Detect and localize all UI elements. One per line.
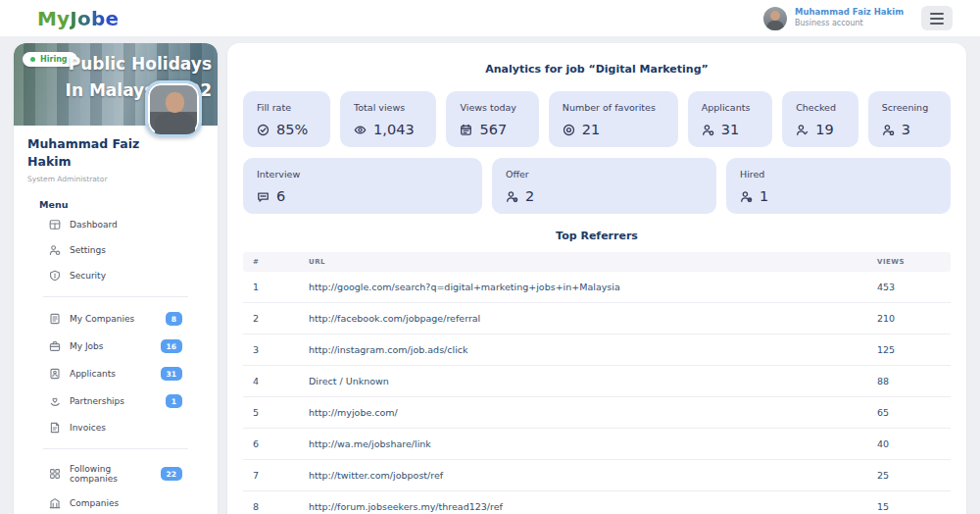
offer-value: 2 xyxy=(525,188,534,204)
app-logo[interactable]: MyJobe xyxy=(37,7,119,30)
hiring-label: Hiring xyxy=(40,55,68,64)
sidebar-item-my-companies[interactable]: My Companies 8 xyxy=(37,305,194,333)
referrer-url: http://google.com/search?q=digital+marke… xyxy=(309,282,877,292)
table-row[interactable]: 7http://twitter.com/jobpost/ref25 xyxy=(243,460,951,491)
sidebar-item-following-companies[interactable]: Following companies 22 xyxy=(37,457,194,490)
referrer-url: Direct / Unknown xyxy=(309,376,877,386)
stat-card-checked: Checked 19 xyxy=(782,91,858,147)
stat-card-total-views: Total views 1,043 xyxy=(340,91,436,147)
profile-name: Muhammad Faiz Hakim xyxy=(27,135,145,171)
user-account-chip[interactable]: Muhammad Faiz Hakim Business account xyxy=(763,6,953,30)
referrer-views: 125 xyxy=(877,344,951,355)
stat-card-screening: Screening 3 xyxy=(868,91,951,147)
person-hired-icon xyxy=(740,190,753,203)
security-icon xyxy=(49,270,61,282)
my-jobs-count-badge: 16 xyxy=(161,339,182,353)
sidebar-item-security[interactable]: Security xyxy=(37,263,194,288)
following-companies-count-badge: 22 xyxy=(161,467,182,481)
green-dot-icon xyxy=(30,57,35,62)
total-views-value: 1,043 xyxy=(373,122,415,137)
screening-value: 3 xyxy=(902,122,910,137)
hamburger-icon xyxy=(930,13,944,15)
divider xyxy=(43,448,188,449)
col-header-url: URL xyxy=(309,258,877,266)
logo-jobe: Jobe xyxy=(70,7,119,30)
stat-card-applicants: Applicants 31 xyxy=(688,91,772,147)
top-header: MyJobe Muhammad Faiz Hakim Business acco… xyxy=(0,0,980,36)
referrer-url: http://forum.jobseekers.my/thread123/ref xyxy=(309,501,877,512)
stats-row-1: Fill rate 85% Total views 1,043 Views to… xyxy=(243,91,951,147)
dashboard-icon xyxy=(49,219,61,231)
handshake-heart-icon xyxy=(49,395,61,407)
table-row[interactable]: 2http://facebook.com/jobpage/referral210 xyxy=(243,303,951,334)
favorite-circle-icon xyxy=(563,124,575,136)
interview-chat-icon xyxy=(257,190,270,203)
logo-my: My xyxy=(37,7,70,30)
grid-icon xyxy=(49,468,61,480)
eye-icon xyxy=(354,124,367,136)
sidebar-item-partnerships[interactable]: Partnerships 1 xyxy=(37,387,194,415)
stat-card-favorites: Number of favorites 21 xyxy=(549,91,678,147)
stat-card-hired: Hired 1 xyxy=(726,158,951,214)
table-row[interactable]: 5http://myjobe.com/65 xyxy=(243,397,951,429)
stat-card-offer: Offer 2 xyxy=(492,158,716,214)
my-companies-count-badge: 8 xyxy=(166,312,182,326)
menu-group-3: Following companies 22 Companies Blog FA… xyxy=(27,457,204,514)
table-header-row: # URL VIEWS xyxy=(243,252,951,272)
referrer-url: http://wa.me/jobshare/link xyxy=(309,438,877,449)
table-row[interactable]: 3http://instagram.com/job.ads/click125 xyxy=(243,334,951,366)
checked-value: 19 xyxy=(815,122,833,137)
menu-group-1: Dashboard Settings Security xyxy=(27,212,204,288)
referrer-views: 88 xyxy=(877,376,951,386)
sidebar-item-invoices[interactable]: Invoices xyxy=(37,415,194,440)
building-icon xyxy=(49,497,61,509)
referrers-table: # URL VIEWS 1http://google.com/search?q=… xyxy=(243,252,951,514)
menu-group-2: My Companies 8 My Jobs 16 Applicants 31 … xyxy=(27,305,204,440)
person-icon xyxy=(702,124,714,136)
applicants-count-badge: 31 xyxy=(161,367,182,381)
table-row[interactable]: 8http://forum.jobseekers.my/thread123/re… xyxy=(243,491,951,514)
views-today-value: 567 xyxy=(479,122,507,137)
referrer-views: 40 xyxy=(877,438,951,449)
col-header-views: VIEWS xyxy=(877,258,951,266)
profile-photo[interactable] xyxy=(145,80,202,137)
hamburger-menu-button[interactable] xyxy=(921,6,953,30)
col-header-rank: # xyxy=(253,258,309,266)
table-row[interactable]: 4Direct / Unknown88 xyxy=(243,366,951,397)
menu-heading: Menu xyxy=(39,199,204,210)
settings-icon xyxy=(49,244,61,256)
referrer-views: 15 xyxy=(877,501,951,512)
sidebar-item-applicants[interactable]: Applicants 31 xyxy=(37,360,194,387)
analytics-panel: Analytics for job “Digital Marketing” Fi… xyxy=(227,43,966,514)
invoice-icon xyxy=(49,422,61,434)
table-title: Top Referrers xyxy=(243,230,951,242)
account-type-label: Business account xyxy=(795,19,904,29)
sidebar-item-settings[interactable]: Settings xyxy=(37,237,194,263)
table-row[interactable]: 1http://google.com/search?q=digital+mark… xyxy=(243,272,951,303)
favorites-value: 21 xyxy=(582,122,600,137)
profile-role: System Administrator xyxy=(27,175,204,183)
user-name: Muhammad Faiz Hakim xyxy=(795,7,904,18)
applicants-value: 31 xyxy=(721,122,739,137)
stat-card-fill-rate: Fill rate 85% xyxy=(243,91,330,147)
sidebar-item-my-jobs[interactable]: My Jobs 16 xyxy=(37,333,194,360)
table-row[interactable]: 6http://wa.me/jobshare/link40 xyxy=(243,429,951,460)
person-offer-icon xyxy=(506,190,518,203)
hired-value: 1 xyxy=(760,188,768,204)
user-avatar xyxy=(763,7,787,30)
referrer-url: http://instagram.com/job.ads/click xyxy=(309,344,877,355)
check-circle-icon xyxy=(257,124,270,136)
referrer-url: http://myjobe.com/ xyxy=(309,407,877,418)
person-screen-icon xyxy=(882,124,895,136)
referrer-url: http://facebook.com/jobpage/referral xyxy=(309,313,877,324)
companies-doc-icon xyxy=(49,313,61,325)
interview-value: 6 xyxy=(276,188,285,204)
referrer-views: 65 xyxy=(877,407,951,418)
person-check-icon xyxy=(796,124,808,136)
partnerships-count-badge: 1 xyxy=(166,394,182,408)
sidebar-item-companies[interactable]: Companies xyxy=(37,490,194,514)
fill-rate-value: 85% xyxy=(276,122,308,137)
sidebar: Hiring Public Holidays In Malaysia 202 M… xyxy=(14,43,218,514)
sidebar-item-dashboard[interactable]: Dashboard xyxy=(37,212,194,237)
divider xyxy=(43,296,188,297)
